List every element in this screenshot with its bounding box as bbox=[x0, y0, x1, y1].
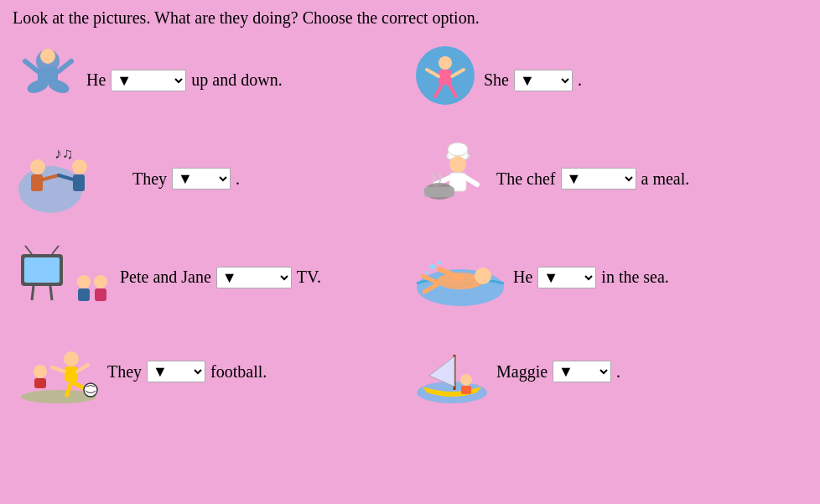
exercise-item-3: ♪♫ They ▼ argue dance sing play . bbox=[13, 132, 410, 225]
sentence-8-after: . bbox=[616, 362, 620, 382]
sentence-1: He ▼ jumps runs walks swims up and down. bbox=[86, 70, 283, 91]
svg-rect-64 bbox=[461, 386, 471, 394]
svg-line-53 bbox=[71, 382, 84, 388]
svg-rect-58 bbox=[34, 378, 46, 388]
svg-point-57 bbox=[34, 365, 47, 378]
item8-illustration bbox=[414, 338, 490, 405]
exercise-item-7: They ▼ play kick watch run football. bbox=[13, 330, 410, 413]
svg-line-55 bbox=[52, 367, 65, 372]
item1-illustration bbox=[17, 44, 80, 116]
svg-rect-16 bbox=[31, 174, 43, 191]
exercise-item-6: He ▼ swims dives runs surfs in the sea. bbox=[410, 233, 807, 321]
svg-rect-9 bbox=[439, 70, 452, 85]
svg-line-35 bbox=[25, 246, 32, 254]
svg-rect-18 bbox=[73, 174, 85, 191]
svg-point-49 bbox=[438, 261, 441, 264]
svg-text:♪♫: ♪♫ bbox=[54, 145, 74, 162]
sentence-7-after: football. bbox=[210, 362, 267, 382]
sentence-4-after: a meal. bbox=[641, 169, 690, 189]
sentence-3: They ▼ argue dance sing play . bbox=[132, 168, 240, 190]
svg-point-14 bbox=[18, 166, 82, 213]
sentence-5-after: TV. bbox=[297, 268, 321, 287]
sentence-7-before: They bbox=[107, 362, 142, 382]
sentence-6: He ▼ swims dives runs surfs in the sea. bbox=[513, 267, 669, 288]
svg-rect-32 bbox=[24, 257, 60, 283]
sentence-5-before: Pete and Jane bbox=[120, 268, 211, 287]
svg-line-6 bbox=[59, 61, 71, 71]
sentence-4-select[interactable]: ▼ cooks eats makes serves bbox=[561, 168, 636, 190]
sentence-6-select[interactable]: ▼ swims dives runs surfs bbox=[537, 267, 596, 288]
exercise-item-2: She ▼ surfs swims dances runs . bbox=[410, 36, 807, 124]
sentence-5: Pete and Jane ▼ watch see look play TV. bbox=[120, 267, 321, 288]
sentence-2: She ▼ surfs swims dances runs . bbox=[484, 70, 582, 91]
exercise-item-5: Pete and Jane ▼ watch see look play TV. bbox=[13, 233, 410, 321]
sentence-4-before: The chef bbox=[496, 169, 556, 189]
svg-line-36 bbox=[52, 246, 59, 254]
sentence-7-select[interactable]: ▼ play kick watch run bbox=[147, 361, 205, 382]
exercise-item-8: Maggie ▼ sails swims rows surfs . bbox=[410, 330, 807, 413]
svg-line-33 bbox=[32, 286, 34, 300]
sentence-2-select[interactable]: ▼ surfs swims dances runs bbox=[514, 70, 573, 91]
svg-point-25 bbox=[449, 156, 466, 173]
svg-point-37 bbox=[77, 275, 91, 288]
svg-rect-30 bbox=[424, 187, 454, 197]
item6-illustration bbox=[414, 246, 506, 309]
item4-illustration bbox=[414, 141, 490, 216]
sentence-1-select[interactable]: ▼ jumps runs walks swims bbox=[111, 70, 186, 91]
svg-line-34 bbox=[50, 286, 52, 300]
svg-point-43 bbox=[475, 268, 491, 284]
sentence-5-select[interactable]: ▼ watch see look play bbox=[216, 267, 292, 288]
sentence-3-after: . bbox=[236, 169, 240, 189]
sentence-7: They ▼ play kick watch run football. bbox=[107, 361, 267, 382]
svg-line-56 bbox=[77, 365, 88, 372]
sentence-3-select[interactable]: ▼ argue dance sing play bbox=[172, 168, 231, 190]
svg-point-39 bbox=[94, 275, 107, 288]
svg-point-15 bbox=[30, 159, 45, 174]
instructions-text: Look at the pictures. What are they doin… bbox=[13, 8, 807, 28]
sentence-8-select[interactable]: ▼ sails swims rows surfs bbox=[553, 361, 611, 382]
item2-illustration bbox=[414, 44, 477, 116]
svg-point-24 bbox=[448, 143, 468, 156]
svg-point-8 bbox=[439, 56, 452, 70]
item3-illustration: ♪♫ bbox=[17, 143, 126, 215]
svg-rect-38 bbox=[78, 288, 90, 301]
svg-rect-52 bbox=[65, 366, 77, 382]
exercise-item-1: He ▼ jumps runs walks swims up and down. bbox=[13, 36, 410, 124]
exercise-item-4: The chef ▼ cooks eats makes serves a mea… bbox=[410, 132, 807, 225]
sentence-6-before: He bbox=[513, 268, 532, 287]
svg-line-28 bbox=[466, 178, 477, 184]
svg-point-1 bbox=[40, 49, 55, 64]
sentence-2-before: She bbox=[484, 70, 509, 90]
sentence-1-before: He bbox=[86, 70, 106, 90]
sentence-1-after: up and down. bbox=[191, 70, 282, 90]
svg-line-5 bbox=[25, 61, 38, 71]
sentence-3-before: They bbox=[132, 169, 167, 189]
item5-illustration bbox=[17, 242, 113, 313]
svg-point-48 bbox=[425, 271, 428, 274]
sentence-8-before: Maggie bbox=[496, 362, 548, 382]
sentence-2-after: . bbox=[578, 70, 582, 90]
svg-point-17 bbox=[72, 159, 87, 174]
item7-illustration bbox=[17, 338, 101, 405]
exercise-grid: He ▼ jumps runs walks swims up and down.… bbox=[13, 36, 807, 413]
sentence-4: The chef ▼ cooks eats makes serves a mea… bbox=[496, 168, 689, 190]
sentence-6-after: in the sea. bbox=[601, 268, 669, 287]
svg-rect-40 bbox=[95, 288, 106, 301]
svg-point-51 bbox=[64, 351, 79, 366]
svg-point-47 bbox=[430, 264, 435, 269]
sentence-8: Maggie ▼ sails swims rows surfs . bbox=[496, 361, 620, 382]
svg-point-63 bbox=[460, 374, 472, 386]
